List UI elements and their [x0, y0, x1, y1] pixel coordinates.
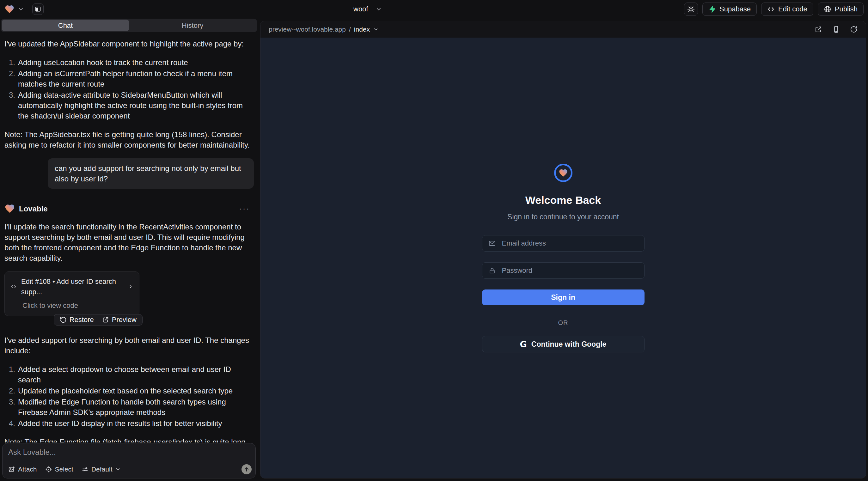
restore-preview-toolbar: Restore Preview [54, 314, 143, 325]
refresh-icon[interactable] [850, 26, 858, 33]
assistant-note-1: Note: The AppSidebar.tsx file is getting… [4, 129, 254, 150]
email-field[interactable] [482, 235, 645, 252]
preview-label: Preview [112, 316, 136, 324]
assistant-response-intro: I'll update the search functionality in … [4, 222, 254, 263]
mail-icon [488, 239, 496, 247]
arrow-up-icon [243, 466, 250, 473]
preview-button[interactable]: Preview [102, 316, 136, 324]
open-in-new-tab-icon[interactable] [814, 26, 822, 33]
lovable-app-window: woof Supabase Edit code [0, 0, 868, 481]
list-item: Updated the placeholder text based on th… [4, 386, 254, 396]
divider-line [575, 323, 645, 323]
preview-header-actions [814, 26, 858, 33]
list-item: Added the user ID display in the results… [4, 418, 254, 428]
list-item: Adding an isCurrentPath helper function … [4, 68, 254, 89]
gear-icon [687, 5, 695, 13]
assistant-list-2: Added a select dropdown to choose betwee… [4, 364, 254, 428]
chat-transcript: I've updated the AppSidebar component to… [0, 35, 258, 443]
lovable-heart-logo[interactable] [4, 4, 14, 14]
panel-left-icon [35, 6, 41, 12]
supabase-icon [708, 5, 716, 13]
assistant-note-2: Note: The Edge Function file (fetch-fire… [4, 437, 254, 443]
attach-button[interactable]: Attach [8, 466, 37, 473]
divider-line [482, 323, 551, 323]
mode-selector-button[interactable]: Default [82, 466, 121, 473]
google-g-icon: G [520, 340, 527, 349]
chat-panel: Chat History I've updated the AppSidebar… [0, 18, 258, 481]
edit-card-subtitle: Click to view code [23, 300, 133, 311]
or-divider: OR [482, 319, 645, 326]
topbar-right: Supabase Edit code Publish [684, 3, 864, 16]
assistant-list-1: Adding useLocation hook to track the cur… [4, 57, 254, 121]
select-element-button[interactable]: Select [45, 466, 73, 473]
topbar-left [4, 3, 43, 15]
code-icon [767, 5, 775, 13]
supabase-label: Supabase [719, 5, 751, 13]
preview-pane: preview--woof.lovable.app / index [260, 21, 866, 478]
preview-header: preview--woof.lovable.app / index [260, 21, 866, 38]
list-item: Modified the Edge Function to handle bot… [4, 396, 254, 417]
user-message-bubble: can you add support for searching not on… [48, 158, 254, 189]
globe-icon [824, 5, 831, 13]
target-icon [45, 466, 52, 473]
composer: Attach Select Default [2, 443, 256, 478]
sidebar-toggle-button[interactable] [32, 3, 43, 15]
edit-commit-card[interactable]: Edit #108 • Add user ID search supp... C… [4, 271, 140, 316]
edit-code-button[interactable]: Edit code [761, 3, 813, 16]
app-logo [554, 164, 572, 182]
lock-icon [488, 267, 496, 274]
password-field[interactable] [482, 262, 645, 279]
preview-app-content: Welcome Back Sign in to continue to your… [260, 38, 866, 478]
project-title-group[interactable]: woof [353, 0, 382, 18]
assistant-header: Lovable ··· [4, 203, 254, 214]
composer-toolbar: Attach Select Default [8, 464, 252, 474]
login-title: Welcome Back [525, 194, 601, 206]
or-label: OR [558, 319, 568, 326]
publish-button[interactable]: Publish [818, 3, 864, 16]
breadcrumb-separator: / [349, 26, 351, 33]
chevron-down-icon [115, 467, 121, 472]
tab-chat[interactable]: Chat [2, 20, 129, 31]
mode-label: Default [91, 466, 113, 473]
preview-page-name: index [354, 26, 370, 33]
edit-card-title: Edit #108 • Add user ID search supp... [21, 276, 119, 297]
project-menu-chevron-icon[interactable] [18, 6, 24, 12]
restore-button[interactable]: Restore [60, 316, 94, 324]
top-bar: woof Supabase Edit code [0, 0, 868, 18]
assistant-summary-intro: I've added support for searching by both… [4, 335, 254, 356]
sign-in-button[interactable]: Sign in [482, 289, 645, 305]
user-message-row: can you add support for searching not on… [4, 158, 254, 189]
list-item: Adding useLocation hook to track the cur… [4, 57, 254, 68]
chevron-right-icon [128, 284, 133, 290]
assistant-message-intro: I've updated the AppSidebar component to… [4, 38, 254, 49]
supabase-button[interactable]: Supabase [702, 3, 757, 16]
lovable-avatar-heart-icon [4, 203, 15, 214]
login-subtitle: Sign in to continue to your account [507, 213, 619, 221]
external-link-icon [102, 316, 109, 323]
edit-card-title-row: Edit #108 • Add user ID search supp... [10, 276, 133, 297]
tab-history[interactable]: History [129, 20, 256, 31]
list-item: Adding data-active attribute to SidebarM… [4, 90, 254, 121]
email-field-wrap [482, 235, 645, 252]
login-card: Welcome Back Sign in to continue to your… [482, 164, 645, 352]
chat-history-tabbar: Chat History [1, 19, 257, 32]
continue-with-google-button[interactable]: G Continue with Google [482, 336, 645, 352]
project-name: woof [353, 5, 368, 13]
preview-url: preview--woof.lovable.app [269, 26, 346, 33]
attach-image-icon [8, 466, 15, 473]
rotate-ccw-icon [60, 316, 67, 323]
restore-label: Restore [69, 316, 94, 324]
mobile-view-icon[interactable] [832, 26, 840, 33]
google-button-label: Continue with Google [531, 340, 607, 349]
edit-code-label: Edit code [778, 5, 807, 13]
chat-input[interactable] [8, 448, 242, 462]
attach-label: Attach [18, 466, 37, 473]
chevron-down-icon [373, 27, 379, 32]
more-menu-icon[interactable]: ··· [239, 203, 250, 214]
settings-button[interactable] [684, 3, 698, 16]
select-label: Select [55, 466, 73, 473]
preview-url-breadcrumb[interactable]: preview--woof.lovable.app / index [269, 26, 379, 33]
sliders-icon [82, 466, 89, 473]
send-button[interactable] [242, 464, 252, 474]
password-field-wrap [482, 262, 645, 279]
